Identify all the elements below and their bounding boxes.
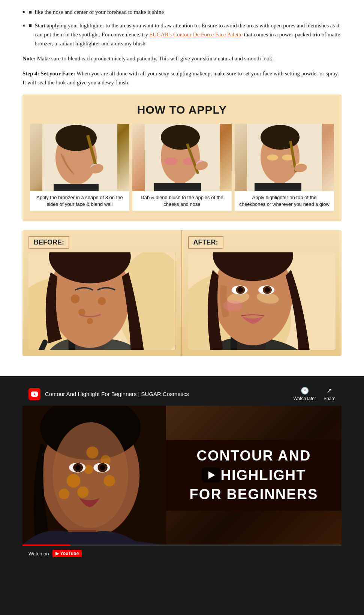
bullet-marker: ■ bbox=[28, 8, 35, 16]
bullet-item-highlighter: ■ Start applying your highlighter to the… bbox=[22, 21, 342, 48]
yt-video-title: Contour And Highlight For Beginners | SU… bbox=[45, 391, 289, 397]
yt-big-title-line2: HIGHLIGHT bbox=[220, 467, 306, 484]
share-label: Share bbox=[324, 396, 336, 401]
play-triangle-icon bbox=[208, 471, 215, 479]
blush-caption: Dab & blend blush to the apples of the c… bbox=[132, 191, 232, 211]
before-after-section: BEFORE: bbox=[22, 230, 342, 356]
share-icon: ↗ bbox=[327, 387, 332, 395]
yt-actions: 🕐 Watch later ↗ Share bbox=[294, 387, 336, 401]
highlighter-image bbox=[235, 124, 334, 191]
svg-point-21 bbox=[261, 125, 300, 150]
bullet-item-shine: ■ like the nose and center of your foreh… bbox=[22, 8, 342, 16]
page-content: ■ like the nose and center of your foreh… bbox=[0, 0, 364, 376]
svg-point-39 bbox=[87, 318, 93, 324]
yt-face-area bbox=[22, 406, 166, 544]
svg-rect-23 bbox=[255, 183, 301, 191]
product-link[interactable]: SUGAR's Contour De Force Face Palette bbox=[150, 32, 243, 38]
before-panel: BEFORE: bbox=[22, 230, 182, 356]
how-to-apply-section: HOW TO APPLY bbox=[22, 94, 342, 221]
youtube-badge-text: ▶ YouTube bbox=[55, 551, 79, 556]
bullet-highlighter-text: Start applying your highlighter to the a… bbox=[35, 21, 342, 48]
bronzer-image bbox=[30, 124, 129, 191]
how-to-apply-title: HOW TO APPLY bbox=[30, 104, 334, 116]
svg-point-60 bbox=[53, 422, 129, 528]
apply-steps-grid: Apply the bronzer in a shape of 3 on the… bbox=[30, 124, 334, 211]
before-person-image bbox=[28, 252, 175, 350]
note-paragraph: Note: Make sure to blend each product ni… bbox=[22, 54, 342, 63]
watch-later-icon: 🕐 bbox=[301, 387, 309, 395]
svg-point-25 bbox=[282, 154, 293, 160]
svg-rect-76 bbox=[66, 532, 71, 545]
svg-point-36 bbox=[71, 295, 80, 304]
svg-point-14 bbox=[164, 158, 178, 165]
after-panel: AFTER: bbox=[182, 230, 342, 356]
watch-later-label: Watch later bbox=[294, 396, 316, 401]
yt-big-title-line3: FOR BEGINNERS bbox=[174, 486, 334, 503]
svg-point-65 bbox=[86, 447, 98, 459]
svg-point-50 bbox=[223, 300, 243, 311]
svg-point-63 bbox=[59, 489, 69, 500]
svg-point-11 bbox=[161, 125, 200, 150]
note-label: Note: bbox=[22, 56, 36, 62]
bullet-list: ■ like the nose and center of your foreh… bbox=[22, 8, 342, 48]
after-person-image bbox=[188, 252, 336, 350]
watch-later-button[interactable]: 🕐 Watch later bbox=[294, 387, 316, 401]
yt-thumbnail[interactable]: CONTOUR AND HIGHLIGHT FOR BEGINNERS bbox=[22, 406, 342, 544]
youtube-embed[interactable]: Contour And Highlight For Beginners | SU… bbox=[22, 382, 342, 561]
youtube-logo bbox=[28, 388, 40, 400]
svg-point-71 bbox=[75, 465, 81, 470]
step4-paragraph: Step 4: Set your Face: When you are all … bbox=[22, 69, 342, 87]
dark-section: Contour And Highlight For Beginners | SU… bbox=[0, 376, 364, 576]
yt-footer: Watch on ▶ YouTube bbox=[22, 546, 342, 561]
svg-point-74 bbox=[100, 465, 105, 470]
svg-point-53 bbox=[238, 287, 243, 292]
step4-label: Step 4: Set your Face: bbox=[22, 70, 75, 76]
apply-step-bronzer: Apply the bronzer in a shape of 3 on the… bbox=[30, 124, 129, 211]
share-button[interactable]: ↗ Share bbox=[324, 387, 336, 401]
svg-point-24 bbox=[267, 154, 278, 160]
apply-step-highlighter: Apply highlighter on top of the cheekbon… bbox=[235, 124, 334, 211]
note-text-body: Make sure to blend each product nicely a… bbox=[36, 56, 274, 62]
yt-header: Contour And Highlight For Beginners | SU… bbox=[22, 382, 342, 406]
highlighter-caption: Apply highlighter on top of the cheekbon… bbox=[235, 191, 334, 211]
svg-point-62 bbox=[77, 487, 88, 498]
apply-step-blush: Dab & blend blush to the apples of the c… bbox=[132, 124, 232, 211]
svg-rect-13 bbox=[154, 183, 201, 191]
bullet-marker: ■ bbox=[28, 21, 35, 30]
svg-point-64 bbox=[84, 465, 93, 474]
svg-point-38 bbox=[98, 297, 106, 305]
svg-point-56 bbox=[264, 287, 270, 292]
svg-point-67 bbox=[104, 475, 115, 486]
yt-big-title-line1: CONTOUR AND bbox=[174, 447, 334, 465]
after-label: AFTER: bbox=[188, 236, 223, 249]
bronzer-caption: Apply the bronzer in a shape of 3 on the… bbox=[30, 191, 129, 211]
yt-text-area: CONTOUR AND HIGHLIGHT FOR BEGINNERS bbox=[166, 440, 342, 511]
before-label: BEFORE: bbox=[28, 236, 69, 249]
youtube-badge[interactable]: ▶ YouTube bbox=[52, 550, 82, 557]
watch-on-label: Watch on bbox=[28, 551, 49, 556]
svg-rect-5 bbox=[54, 184, 99, 191]
svg-point-61 bbox=[67, 474, 80, 488]
blush-image bbox=[132, 124, 232, 191]
yt-play-button[interactable] bbox=[202, 468, 220, 483]
